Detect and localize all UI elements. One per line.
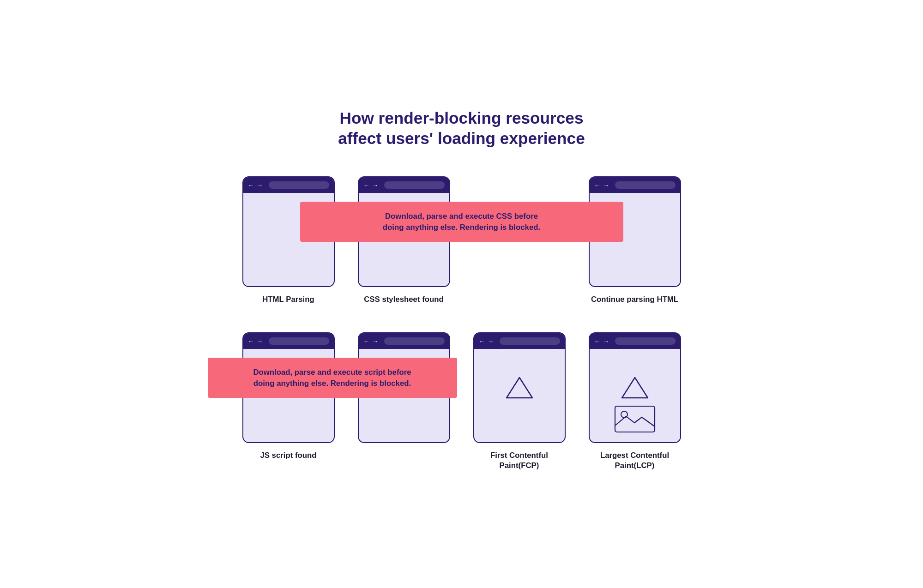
css-banner-container: Download, parse and execute CSS beforedo… (300, 202, 623, 242)
cell-css-found: ← → CSS stylesheet found (356, 176, 452, 305)
body-4 (590, 193, 680, 286)
triangle-icon-lcp (621, 376, 649, 400)
label-js-found: JS script found (260, 450, 316, 461)
cell-html-parsing: ← → HTML Parsing (240, 176, 337, 305)
label-html-parsing: HTML Parsing (262, 294, 314, 305)
body-7 (474, 349, 565, 442)
browser-lcp: ← → (589, 332, 681, 443)
page-title: How render-blocking resources affect use… (208, 108, 716, 149)
image-icon-lcp (614, 405, 656, 433)
address-bar-5 (269, 337, 329, 345)
label-fcp: First ContentfulPaint(FCP) (490, 450, 548, 471)
nav-arrows-5: ← → (248, 338, 264, 345)
body-8 (590, 349, 680, 442)
svg-rect-2 (615, 406, 655, 432)
nav-arrows-6: ← → (363, 338, 379, 345)
css-banner: Download, parse and execute CSS beforedo… (300, 202, 623, 242)
body-6 (359, 349, 449, 442)
label-css-found: CSS stylesheet found (364, 294, 444, 305)
body-1 (243, 193, 334, 286)
row2: Download, parse and execute script befor… (208, 332, 716, 471)
browser-continue-parsing: ← → (589, 176, 681, 287)
label-lcp: Largest ContentfulPaint(LCP) (600, 450, 669, 471)
address-bar-2 (384, 181, 444, 189)
topbar-5: ← → (243, 333, 334, 349)
topbar-4: ← → (590, 177, 680, 193)
address-bar-1 (269, 181, 329, 189)
browser-empty-2: ← → (358, 332, 450, 443)
nav-arrows-8: ← → (594, 338, 610, 345)
cell-fcp: ← → First ContentfulPaint(FCP) (471, 332, 568, 471)
row1: Download, parse and execute CSS beforedo… (208, 176, 716, 305)
browser-html-parsing: ← → (242, 176, 335, 287)
cell-js-found: ← → JS script found (240, 332, 337, 461)
topbar-8: ← → (590, 333, 680, 349)
cell-continue-parsing: ← → Continue parsing HTML (586, 176, 683, 305)
topbar-7: ← → (474, 333, 565, 349)
main-container: How render-blocking resources affect use… (208, 108, 716, 480)
address-bar-7 (500, 337, 560, 345)
topbar-6: ← → (359, 333, 449, 349)
address-bar-6 (384, 337, 444, 345)
browser-fcp: ← → (473, 332, 566, 443)
triangle-icon-fcp (506, 376, 533, 400)
cell-empty-2: ← → (356, 332, 452, 443)
browser-css-found: ← → (358, 176, 450, 287)
browser-js-found: ← → (242, 332, 335, 443)
nav-arrows-1: ← → (248, 182, 264, 189)
svg-marker-1 (622, 378, 648, 398)
nav-arrows-2: ← → (363, 182, 379, 189)
svg-marker-0 (507, 378, 532, 398)
address-bar-4 (615, 181, 675, 189)
address-bar-8 (615, 337, 675, 345)
topbar-1: ← → (243, 177, 334, 193)
topbar-2: ← → (359, 177, 449, 193)
cell-lcp: ← → Largest ContentfulPaint(LCP) (586, 332, 683, 471)
body-2 (359, 193, 449, 286)
nav-arrows-4: ← → (594, 182, 610, 189)
label-continue-parsing: Continue parsing HTML (591, 294, 678, 305)
nav-arrows-7: ← → (479, 338, 495, 345)
body-5 (243, 349, 334, 442)
